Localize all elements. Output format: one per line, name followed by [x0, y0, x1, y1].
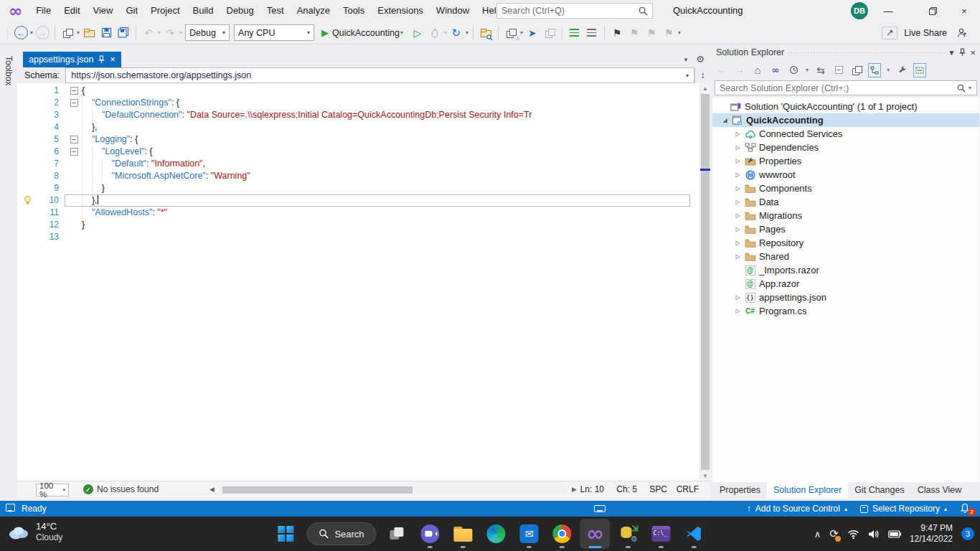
- restart-dropdown[interactable]: ▾: [466, 29, 468, 36]
- fold-margin[interactable]: −: [66, 85, 82, 97]
- tree-item-program-cs[interactable]: ▷C#Program.cs: [712, 304, 979, 318]
- document-tab-appsettings[interactable]: appsettings.json ×: [23, 52, 121, 67]
- menu-tools[interactable]: Tools: [336, 0, 371, 22]
- tree-expand-arrow-icon[interactable]: ▷: [732, 308, 743, 314]
- select-repository-button[interactable]: Select Repository ▴: [860, 504, 947, 514]
- schema-combobox[interactable]: https://json.schemastore.org/appsettings…: [65, 67, 694, 83]
- live-share-label[interactable]: Live Share: [904, 28, 947, 38]
- filter-dropdown-icon[interactable]: ▾: [806, 67, 809, 73]
- horizontal-scrollbar[interactable]: [221, 486, 567, 494]
- collapse-all-icon[interactable]: −: [832, 63, 845, 77]
- toolbox-tab[interactable]: Toolbox: [1, 50, 17, 91]
- tree-item-migrations[interactable]: ▷Migrations: [712, 209, 979, 222]
- tree-expand-arrow-icon[interactable]: ▷: [732, 158, 743, 164]
- home-icon[interactable]: ⌂: [751, 63, 764, 77]
- code-line-11[interactable]: 11"AllowedHosts": "*": [17, 207, 710, 219]
- taskbar-app-chat[interactable]: [415, 519, 446, 549]
- show-all-files-icon[interactable]: [913, 63, 926, 77]
- tree-item-app-razor[interactable]: @App.razor: [712, 277, 979, 291]
- wifi-icon[interactable]: [847, 529, 859, 539]
- menu-git[interactable]: Git: [119, 0, 144, 22]
- track-active-item-icon[interactable]: [868, 63, 881, 77]
- taskbar-app-visual-studio[interactable]: ∞: [580, 519, 611, 549]
- menu-view[interactable]: View: [87, 0, 120, 22]
- menu-analyze[interactable]: Analyze: [291, 0, 336, 22]
- tree-item-quickaccounting[interactable]: ◢QuickAccounting: [712, 113, 979, 127]
- taskbar-app-file-explorer[interactable]: [448, 519, 479, 549]
- tree-expand-arrow-icon[interactable]: ▷: [732, 144, 743, 151]
- new-project-dropdown[interactable]: ▾: [77, 29, 80, 36]
- back-icon[interactable]: ←: [715, 63, 728, 77]
- taskbar-search[interactable]: Search: [306, 522, 376, 545]
- scrollbar-thumb[interactable]: [701, 94, 710, 470]
- battery-icon[interactable]: [888, 530, 901, 538]
- taskbar-app-task-view[interactable]: [382, 519, 413, 549]
- close-tab-icon[interactable]: ×: [110, 55, 116, 64]
- horizontal-scrollbar-thumb[interactable]: [222, 486, 413, 494]
- start-debugging-button[interactable]: ▶ QuickAccounting ▾: [318, 24, 407, 42]
- tree-expand-arrow-icon[interactable]: ▷: [732, 240, 743, 246]
- navigate-back-button[interactable]: ←: [13, 24, 29, 42]
- switch-views-icon[interactable]: ∞: [769, 63, 782, 77]
- tree-item-connected-services[interactable]: ▷Connected Services: [712, 127, 979, 141]
- weather-widget[interactable]: 14°C Cloudy: [7, 521, 62, 543]
- code-line-13[interactable]: 13: [17, 231, 710, 243]
- clock[interactable]: 9:47 PM 12/14/2022: [910, 523, 953, 545]
- fold-collapse-icon[interactable]: −: [70, 136, 78, 143]
- code-line-6[interactable]: 6−"LogLevel": {: [17, 146, 710, 158]
- chevron-down-icon[interactable]: ▾: [686, 72, 689, 79]
- tree-expand-arrow-icon[interactable]: ▷: [732, 253, 743, 260]
- tool-tab-solution-explorer[interactable]: Solution Explorer: [767, 482, 848, 498]
- add-to-source-control-button[interactable]: ↑ Add to Source Control ▴: [747, 504, 847, 514]
- code-line-7[interactable]: 7"Default": "Information",: [17, 158, 710, 170]
- scroll-down-icon[interactable]: ▼: [700, 471, 710, 481]
- tree-expand-arrow-icon[interactable]: ▷: [732, 131, 743, 137]
- redo-icon[interactable]: ↷: [162, 24, 178, 42]
- tree-item-solution-quickaccounting-1-of-1-project-[interactable]: Solution 'QuickAccounting' (1 of 1 proje…: [712, 100, 979, 113]
- pin-icon[interactable]: [959, 48, 966, 57]
- code-line-1[interactable]: 1−{: [17, 85, 710, 97]
- menu-edit[interactable]: Edit: [57, 0, 86, 22]
- volume-icon[interactable]: [868, 529, 880, 539]
- fold-margin[interactable]: −: [66, 97, 82, 109]
- tree-expand-arrow-icon[interactable]: ▷: [732, 294, 743, 301]
- preview-selected-items-icon[interactable]: [850, 63, 863, 77]
- previous-bookmark-icon[interactable]: ⚑: [626, 24, 642, 42]
- tree-item-appsettings-json[interactable]: ▷{}appsettings.json: [712, 291, 979, 304]
- solution-explorer-search-input[interactable]: Search Solution Explorer (Ctrl+;) ▾: [715, 80, 977, 95]
- split-editor-handle[interactable]: ↕: [694, 67, 710, 83]
- search-options-dropdown-icon[interactable]: ▾: [969, 85, 971, 91]
- menu-project[interactable]: Project: [144, 0, 186, 22]
- code-editor[interactable]: 1−{2−"ConnectionStrings": {3"DefaultConn…: [17, 83, 710, 481]
- save-icon[interactable]: [98, 24, 114, 42]
- menu-extensions[interactable]: Extensions: [371, 0, 430, 22]
- close-button[interactable]: ×: [948, 0, 980, 22]
- zoom-combobox[interactable]: 100 %▾: [36, 484, 69, 496]
- fold-collapse-icon[interactable]: −: [70, 99, 78, 107]
- live-share-icon[interactable]: ↗: [882, 27, 897, 39]
- toggle-bookmark-icon[interactable]: ⚑: [609, 24, 625, 42]
- menu-build[interactable]: Build: [187, 0, 220, 22]
- track-item-dropdown-icon[interactable]: ▾: [887, 67, 890, 73]
- tree-item-data[interactable]: ▷Data: [712, 195, 979, 209]
- code-line-12[interactable]: 12}: [17, 219, 710, 231]
- tree-item-pages[interactable]: ▷Pages: [712, 222, 979, 236]
- code-line-9[interactable]: 9}: [17, 182, 710, 194]
- tree-collapse-arrow-icon[interactable]: ◢: [720, 117, 730, 123]
- solution-configuration-combobox[interactable]: Debug▾: [185, 24, 230, 41]
- hot-reload-icon[interactable]: [427, 24, 443, 42]
- pending-changes-filter-icon[interactable]: [787, 63, 800, 77]
- clear-bookmarks-icon[interactable]: ⚑: [661, 24, 677, 42]
- code-line-10[interactable]: 10},: [17, 194, 710, 207]
- copy-parallel-icon[interactable]: [542, 24, 557, 42]
- code-line-5[interactable]: 5−"Logging": {: [17, 133, 710, 146]
- fold-margin[interactable]: −: [66, 133, 82, 146]
- start-button[interactable]: [270, 519, 301, 549]
- tree-expand-arrow-icon[interactable]: ▷: [732, 199, 743, 205]
- navigate-forward-button[interactable]: →: [34, 24, 50, 42]
- solution-platform-combobox[interactable]: Any CPU▾: [234, 24, 314, 41]
- undo-dropdown[interactable]: ▾: [158, 29, 161, 36]
- find-in-files-icon[interactable]: [478, 24, 494, 42]
- code-line-3[interactable]: 3"DefaultConnection": "Data Source=.\\sq…: [17, 109, 710, 121]
- menu-test[interactable]: Test: [260, 0, 291, 22]
